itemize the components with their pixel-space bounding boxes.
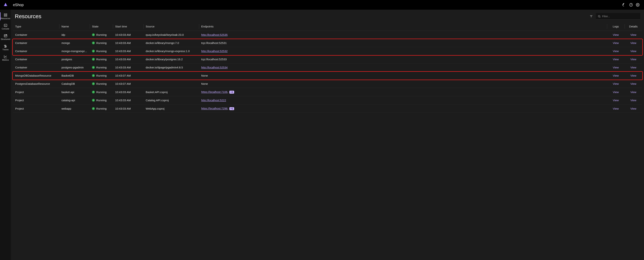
logs-view-link[interactable]: View xyxy=(613,66,619,69)
start-text: 10:43:03 AM xyxy=(115,99,131,102)
cell-name: idp xyxy=(59,31,90,39)
github-icon[interactable] xyxy=(622,2,627,8)
table-row[interactable]: Containeridp✓Running10:43:03 AMquay.io/k… xyxy=(13,31,642,39)
details-view-link[interactable]: View xyxy=(630,74,636,77)
cell-type: PostgresDatabaseResource xyxy=(13,80,59,88)
type-text: PostgresDatabaseResource xyxy=(15,82,50,85)
logs-view-link[interactable]: View xyxy=(613,33,619,36)
start-text: 10:43:03 AM xyxy=(115,58,131,61)
endpoint-link[interactable]: http://localhost:5222 xyxy=(201,99,226,102)
details-view-link[interactable]: View xyxy=(630,33,636,36)
details-view-link[interactable]: View xyxy=(630,50,636,53)
endpoint-extra-badge[interactable]: +1 xyxy=(229,91,234,94)
type-text: Project xyxy=(15,99,24,102)
cell-start: 10:43:03 AM xyxy=(113,39,144,47)
col-logs[interactable]: Logs xyxy=(607,22,624,31)
logs-view-link[interactable]: View xyxy=(613,82,619,85)
main-content: Resources Type Name State Start time Sou xyxy=(11,10,644,260)
nav-item-metrics[interactable]: Metrics xyxy=(0,53,11,63)
table-row[interactable]: PostgresDatabaseResourceCatalogDB✓Runnin… xyxy=(13,80,642,88)
details-view-link[interactable]: View xyxy=(630,41,636,45)
type-text: Project xyxy=(15,90,24,94)
start-text: 10:43:03 AM xyxy=(115,50,131,53)
cell-name: BasketDB xyxy=(59,72,90,80)
col-start[interactable]: Start time xyxy=(113,22,144,31)
details-view-link[interactable]: View xyxy=(630,82,636,85)
cell-type: Project xyxy=(13,96,59,104)
cell-state: ✓Running xyxy=(90,39,113,47)
endpoint-link[interactable]: https://localhost:7106 xyxy=(201,90,228,93)
cell-source: docker.io/dpage/pgadmin4:8.5 xyxy=(144,63,199,72)
nav-item-structured[interactable]: Structured xyxy=(0,32,11,42)
cell-details: View xyxy=(624,80,642,88)
details-view-link[interactable]: View xyxy=(630,107,636,110)
endpoint-link[interactable]: https://localhost:7298 xyxy=(201,107,228,110)
nav-label: Traces xyxy=(2,48,8,51)
help-icon[interactable] xyxy=(628,2,634,8)
nav-label: Metrics xyxy=(2,59,9,61)
logs-view-link[interactable]: View xyxy=(613,58,619,61)
col-name[interactable]: Name xyxy=(59,22,90,31)
state-text: Running xyxy=(96,82,106,85)
console-icon xyxy=(4,24,8,27)
col-state[interactable]: State xyxy=(90,22,113,31)
table-row[interactable]: MongoDBDatabaseResourceBasketDB✓Running1… xyxy=(13,72,642,80)
details-view-link[interactable]: View xyxy=(630,58,636,61)
logs-view-link[interactable]: View xyxy=(613,90,619,94)
nav-item-traces[interactable]: Traces xyxy=(0,42,11,53)
start-text: 10:43:07 AM xyxy=(115,82,131,85)
table-row[interactable]: Projectwebapp✓Running10:43:03 AMWebApp.c… xyxy=(13,104,642,113)
cell-start: 10:43:03 AM xyxy=(113,31,144,39)
logs-view-link[interactable]: View xyxy=(613,99,619,102)
cell-logs: View xyxy=(607,80,624,88)
svg-point-12 xyxy=(6,35,7,35)
cell-state: ✓Running xyxy=(90,72,113,80)
details-view-link[interactable]: View xyxy=(630,90,636,94)
status-running-icon: ✓ xyxy=(92,91,95,93)
col-endpoints[interactable]: Endpoints xyxy=(199,22,607,31)
cell-start: 10:43:03 AM xyxy=(113,104,144,113)
table-header-row: Type Name State Start time Source Endpoi… xyxy=(13,22,642,31)
col-type[interactable]: Type xyxy=(13,22,59,31)
details-view-link[interactable]: View xyxy=(630,99,636,102)
cell-state: ✓Running xyxy=(90,88,113,96)
endpoint-extra-badge[interactable]: +1 xyxy=(229,107,234,110)
logs-view-link[interactable]: View xyxy=(613,50,619,53)
table-row[interactable]: Containermongo✓Running10:43:03 AMdocker.… xyxy=(13,39,642,47)
endpoint-link[interactable]: http://localhost:52532 xyxy=(201,50,228,53)
gear-icon[interactable] xyxy=(635,2,641,8)
cell-source: docker.io/library/mongo-express:1.0 xyxy=(144,47,199,55)
col-source[interactable]: Source xyxy=(144,22,199,31)
cell-type: Project xyxy=(13,104,59,113)
details-view-link[interactable]: View xyxy=(630,66,636,69)
table-row[interactable]: Containerpostgres-pgadmin✓Running10:43:0… xyxy=(13,63,642,72)
search-box[interactable] xyxy=(596,13,640,20)
name-text: CatalogDB xyxy=(62,82,75,85)
col-details[interactable]: Details xyxy=(624,22,642,31)
table-row[interactable]: Projectbasket-api✓Running10:43:03 AMBask… xyxy=(13,88,642,96)
cell-source xyxy=(144,80,199,88)
logs-view-link[interactable]: View xyxy=(613,74,619,77)
nav-item-console[interactable]: Console xyxy=(0,22,11,32)
structured-icon xyxy=(4,34,8,38)
cell-details: View xyxy=(624,47,642,55)
filter-icon[interactable] xyxy=(588,13,594,20)
table-row[interactable]: Containermongo-mongoexpr...✓Running10:43… xyxy=(13,47,642,55)
table-row[interactable]: Containerpostgres✓Running10:43:03 AMdock… xyxy=(13,55,642,63)
state-text: Running xyxy=(96,50,106,53)
cell-start: 10:43:07 AM xyxy=(113,72,144,80)
nav-item-resources[interactable]: Resources xyxy=(0,11,11,22)
table-row[interactable]: Projectcatalog-api✓Running10:43:03 AMCat… xyxy=(13,96,642,104)
endpoint-link[interactable]: http://localhost:52534 xyxy=(201,66,228,69)
cell-source xyxy=(144,72,199,80)
endpoint-link[interactable]: http://localhost:52535 xyxy=(201,33,228,36)
logs-view-link[interactable]: View xyxy=(613,107,619,110)
cell-logs: View xyxy=(607,31,624,39)
name-text: webapp xyxy=(62,107,71,110)
logs-view-link[interactable]: View xyxy=(613,41,619,45)
endpoint-suffix: , xyxy=(228,107,228,110)
search-input[interactable] xyxy=(602,15,636,18)
cell-source: docker.io/library/postgres:16.2 xyxy=(144,55,199,63)
cell-logs: View xyxy=(607,104,624,113)
state-text: Running xyxy=(96,107,106,110)
